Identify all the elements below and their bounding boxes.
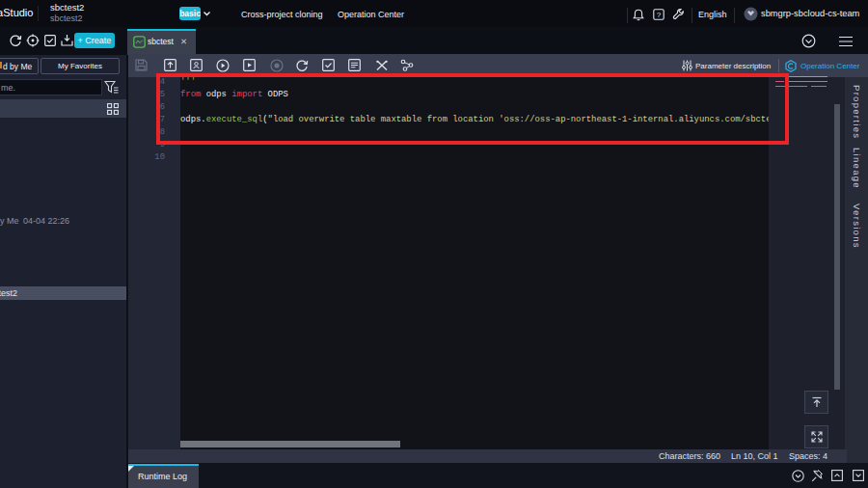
svg-text:?: ? (657, 11, 662, 19)
